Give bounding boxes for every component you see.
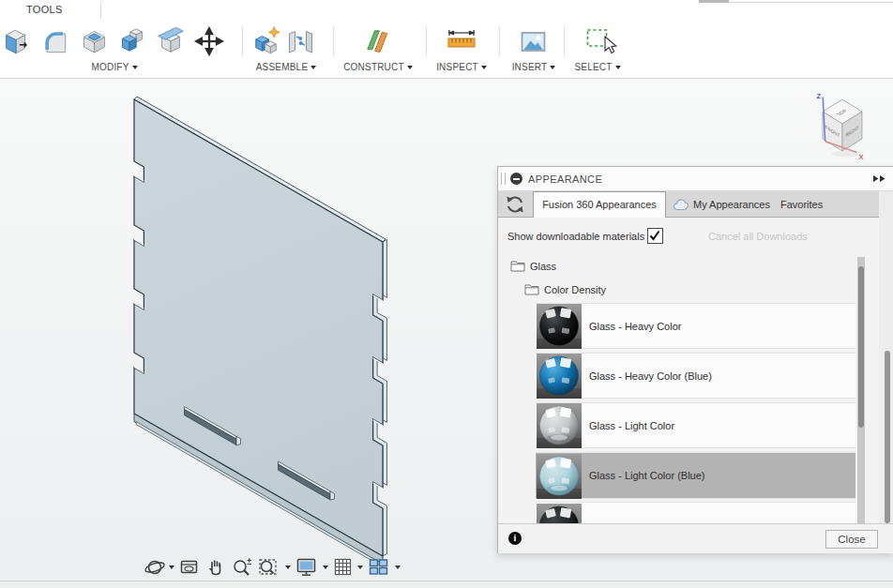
panel-title: APPEARANCE [528,173,602,185]
refresh-icon[interactable] [504,193,526,216]
grid-icon [332,556,355,579]
material-thumbnail [537,354,582,399]
toolbar-separator [426,26,427,56]
show-downloadable-checkbox[interactable] [647,228,663,244]
list-scrollbar[interactable] [857,257,866,523]
material-thumbnail [537,403,582,448]
viewports-button[interactable] [367,556,401,579]
cloud-icon [673,199,689,211]
tab-my-appearances[interactable]: My Appearances [693,191,770,218]
construct-dropdown[interactable]: CONSTRUCT [333,62,423,72]
assemble-dropdown[interactable]: ASSEMBLE [244,62,328,72]
material-row[interactable] [536,502,855,522]
tab-favorites[interactable]: Favorites [780,191,823,218]
tab-divider [100,2,101,19]
material-thumbnail [537,454,582,499]
toolbar-separator [242,26,243,56]
svg-text:Z: Z [817,92,822,100]
orbit-dropdown-caret[interactable] [169,565,174,569]
pan-icon [204,556,227,579]
select-dropdown[interactable]: SELECT [560,62,635,72]
tab-tools[interactable]: TOOLS [26,4,63,15]
material-thumbnail [537,304,582,349]
move-icon[interactable] [193,24,225,59]
material-row[interactable]: Glass - Light Color (Blue) [536,452,855,499]
materials-list: Glass - Heavy Color Glass - Heavy Color … [536,303,858,523]
fit-icon [257,556,282,579]
svg-text:X: X [859,153,864,161]
top-edge-artifact [699,0,729,3]
zoom-button[interactable] [231,556,253,579]
fit-button[interactable] [257,556,291,579]
pan-button[interactable] [204,556,227,579]
cancel-downloads-button[interactable]: Cancel all Downloads [708,231,808,242]
construct-plane-icon[interactable] [361,24,394,59]
toolbar: TOOLS [0,0,893,79]
viewports-icon [367,556,392,579]
grid-button[interactable] [332,556,363,579]
fit-dropdown-caret[interactable] [285,565,291,569]
toolbar-separator [564,26,565,56]
material-name: Glass - Heavy Color [589,304,681,350]
collapse-button[interactable] [510,173,522,185]
toolbar-separator [499,26,500,56]
top-edge-artifact [729,2,893,3]
shell-icon[interactable] [80,24,111,59]
folder-icon [524,283,539,295]
material-name: Glass - Light Color [589,403,674,449]
panel-header[interactable]: APPEARANCE [498,167,893,191]
material-row[interactable]: Glass - Heavy Color (Blue) [536,353,855,400]
grid-dropdown-caret[interactable] [357,565,363,569]
tab-fusion-appearances[interactable]: Fusion 360 Appearances [533,191,666,218]
split-body-icon[interactable] [155,24,187,59]
panel-scrollbar-thumb[interactable] [885,351,891,523]
measure-icon[interactable] [443,26,480,57]
list-scrollbar-thumb[interactable] [858,266,865,428]
panel-grip[interactable] [501,173,506,185]
orbit-button[interactable] [144,556,174,579]
display-settings-button[interactable] [295,556,328,579]
new-component-icon[interactable] [250,24,282,59]
info-icon[interactable]: i [508,532,522,545]
bottom-strip [0,581,893,588]
joint-icon[interactable] [283,24,318,59]
zoom-icon [231,556,253,579]
viewports-dropdown-caret[interactable] [395,565,401,569]
material-row[interactable]: Glass - Heavy Color [536,303,855,350]
show-downloadable-label: Show downloadable materials [507,231,644,242]
toolbar-separator [333,26,334,56]
material-row[interactable]: Glass - Light Color [536,402,855,449]
combine-icon[interactable] [117,24,148,59]
material-name: Glass - Light Color (Blue) [589,453,705,499]
close-button[interactable]: Close [825,530,878,549]
display-settings-icon [295,556,320,579]
cursor-icon [604,36,619,56]
fillet-icon[interactable] [40,24,70,59]
navigation-bar [144,555,401,580]
modify-dropdown[interactable]: MODIFY [77,62,152,72]
viewcube[interactable]: TOP FRONT RIGHT Z X [805,83,893,172]
insert-image-icon[interactable] [515,24,550,59]
panel-scrollbar[interactable] [884,191,891,523]
display-dropdown-caret[interactable] [323,565,328,569]
appearance-panel: APPEARANCE Fusion 360 Appearances My App… [497,166,893,553]
expand-arrows-icon[interactable] [872,174,887,184]
folder-icon [510,260,525,272]
panel-tabbar: Fusion 360 Appearances My Appearances Fa… [498,191,879,218]
panel-footer: i Close [498,523,893,553]
look-at-icon [178,556,201,579]
material-thumbnail [537,504,582,523]
press-pull-icon[interactable] [1,24,33,59]
inspect-dropdown[interactable]: INSPECT [424,62,499,72]
material-name: Glass - Heavy Color (Blue) [589,354,712,400]
look-at-button[interactable] [178,556,201,579]
orbit-icon [144,556,166,579]
fusion360-window: TOOLS [0,0,893,588]
